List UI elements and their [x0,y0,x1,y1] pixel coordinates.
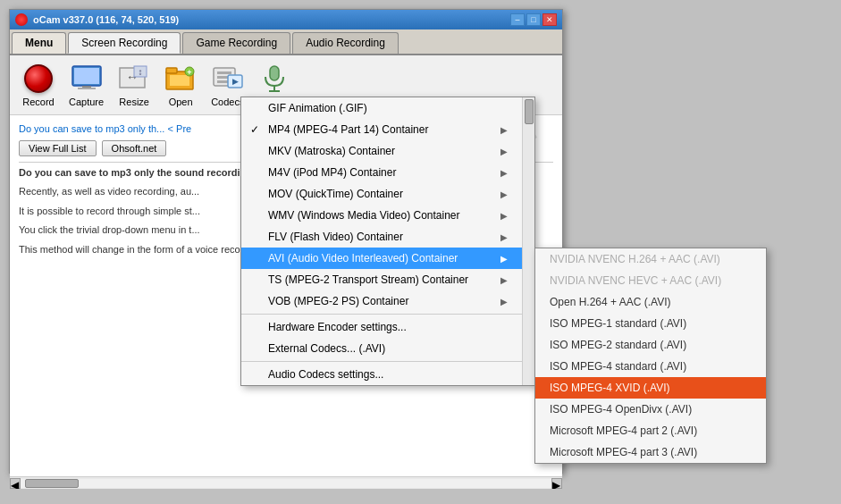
capture-button[interactable]: Capture [63,61,109,109]
submenu-item-ms-mpeg4-p3[interactable]: Microsoft MPEG-4 part 3 (.AVI) [535,441,766,463]
app-icon [15,13,28,26]
menu-item-hw-encoder[interactable]: Hardware Encoder settings... [241,316,534,338]
tab-screen-recording[interactable]: Screen Recording [68,32,181,54]
dropdown-menu: GIF Animation (.GIF) MP4 (MPEG-4 Part 14… [240,97,535,386]
scroll-left-button[interactable]: ◀ [10,478,21,489]
record-label: Record [22,97,54,107]
arrow-icon: ▶ [500,297,508,307]
menu-item-vob[interactable]: VOB (MPEG-2 PS) Container ▶ [241,290,534,312]
arrow-icon: ▶ [500,254,508,264]
tab-bar: Menu Screen Recording Game Recording Aud… [10,29,562,55]
submenu-item-iso-mpeg4-xvid[interactable]: ISO MPEG-4 XVID (.AVI) [535,377,766,399]
open-button[interactable]: + Open [159,61,202,109]
svg-text:+: + [188,68,192,77]
svg-text:↕: ↕ [139,67,143,77]
menu-item-gif[interactable]: GIF Animation (.GIF) [241,97,534,119]
capture-icon [71,64,103,93]
minimize-button[interactable]: – [510,13,525,26]
capture-label: Capture [69,97,104,107]
open-label: Open [169,97,193,107]
svg-rect-14 [217,71,231,74]
svg-rect-9 [166,68,177,73]
main-window: oCam v337.0 (116, 74, 520, 519) – □ ✕ Me… [9,9,563,474]
tab-audio-recording[interactable]: Audio Recording [292,32,399,54]
separator-2 [241,361,534,362]
close-button[interactable]: ✕ [542,13,557,26]
menu-item-mov[interactable]: MOV (QuickTime) Container ▶ [241,183,534,205]
menu-item-external-codecs[interactable]: External Codecs... (.AVI) [241,338,534,359]
resize-button[interactable]: ↔ ↕ Resize [113,61,156,109]
menu-scrollbar[interactable] [522,97,534,385]
scrollbar-thumb[interactable] [25,479,79,488]
arrow-icon: ▶ [500,147,508,156]
tab-menu[interactable]: Menu [12,32,66,54]
record-icon [24,64,53,93]
svg-rect-19 [270,66,279,80]
avi-submenu: NVIDIA NVENC H.264 + AAC (.AVI) NVIDIA N… [534,248,767,464]
scroll-right-button[interactable]: ▶ [551,478,562,489]
menu-scrollbar-thumb[interactable] [525,99,534,124]
ohsoft-button[interactable]: Ohsoft.net [102,140,167,156]
title-bar-controls: – □ ✕ [510,13,557,26]
separator-1 [241,314,534,315]
submenu-item-nvenc-hevc: NVIDIA NVENC HEVC + AAC (.AVI) [535,270,766,291]
window-title: oCam v337.0 (116, 74, 520, 519) [33,14,179,25]
svg-rect-3 [78,88,96,89]
tab-game-recording[interactable]: Game Recording [182,32,290,54]
menu-item-flv[interactable]: FLV (Flash Video) Container ▶ [241,226,534,248]
open-icon: + [164,64,197,93]
menu-item-avi[interactable]: AVI (Audio Video Interleaved) Container … [241,248,534,269]
svg-rect-15 [217,76,228,79]
menu-item-m4v[interactable]: M4V (iPod MP4) Container ▶ [241,162,534,183]
arrow-icon: ▶ [500,125,508,135]
submenu-item-open-h264[interactable]: Open H.264 + AAC (.AVI) [535,291,766,313]
submenu-item-iso-mpeg4-std[interactable]: ISO MPEG-4 standard (.AVI) [535,356,766,377]
title-bar: oCam v337.0 (116, 74, 520, 519) – □ ✕ [10,10,562,29]
title-bar-left: oCam v337.0 (116, 74, 520, 519) [15,13,179,26]
menu-item-audio-codecs[interactable]: Audio Codecs settings... [241,364,534,385]
content-link[interactable]: Do you can save to mp3 only th... [19,123,164,134]
arrow-icon: ▶ [500,232,508,242]
menu-item-ts[interactable]: TS (MPEG-2 Transport Stream) Container ▶ [241,269,534,290]
scrollbar-track[interactable] [21,479,551,488]
sound-icon [258,63,290,95]
view-full-list-button[interactable]: View Full List [19,140,97,156]
menu-item-wmv[interactable]: WMV (Windows Media Video) Container ▶ [241,205,534,226]
submenu-item-ms-mpeg4-p2[interactable]: Microsoft MPEG-4 part 2 (.AVI) [535,420,766,441]
resize-label: Resize [119,97,149,107]
submenu-item-iso-mpeg4-opendivx[interactable]: ISO MPEG-4 OpenDivx (.AVI) [535,399,766,420]
svg-rect-1 [74,68,99,84]
horizontal-scrollbar[interactable]: ◀ ▶ [10,476,562,489]
menu-item-mp4[interactable]: MP4 (MPEG-4 Part 14) Container ▶ [241,119,534,140]
submenu-item-iso-mpeg2[interactable]: ISO MPEG-2 standard (.AVI) [535,334,766,356]
arrow-icon: ▶ [500,168,508,178]
menu-content-wrapper: GIF Animation (.GIF) MP4 (MPEG-4 Part 14… [241,97,534,385]
arrow-icon: ▶ [500,189,508,199]
codecs-icon: ▶ [212,63,244,95]
menu-item-mkv[interactable]: MKV (Matroska) Container ▶ [241,140,534,162]
arrow-icon: ▶ [500,211,508,221]
maximize-button[interactable]: □ [526,13,541,26]
svg-text:▶: ▶ [231,77,238,86]
submenu-item-nvenc-h264: NVIDIA NVENC H.264 + AAC (.AVI) [535,248,766,270]
codecs-label: Codecs [211,97,244,107]
content-link-prev[interactable]: < Pre [168,123,192,134]
record-button[interactable]: Record [17,61,60,109]
submenu-item-iso-mpeg1[interactable]: ISO MPEG-1 standard (.AVI) [535,313,766,334]
resize-icon: ↔ ↕ [118,64,150,93]
arrow-icon: ▶ [500,275,508,285]
